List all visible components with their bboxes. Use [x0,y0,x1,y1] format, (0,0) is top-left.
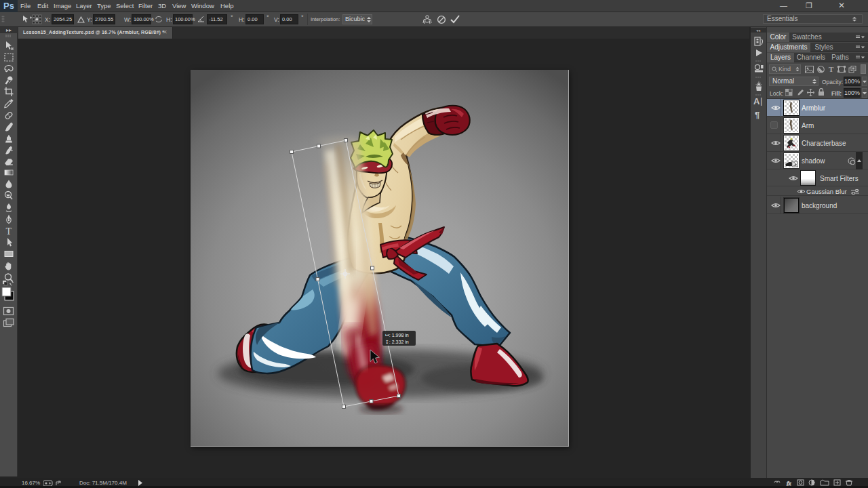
svg-text:↧: 2.332 in: ↧: 2.332 in [385,340,409,344]
svg-text:↦: 1.998 in: ↦: 1.998 in [385,333,409,338]
svg-text:T: T [6,226,12,237]
svg-text:fx: fx [787,480,791,487]
